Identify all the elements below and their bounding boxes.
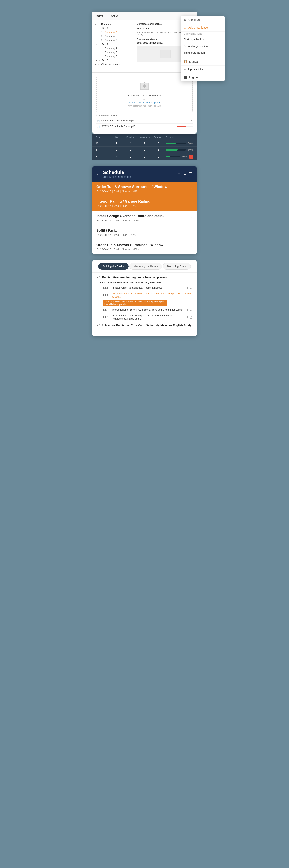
schedule-item-meta-3: Fri 28-Jul-17 | 7wd | Normal | 40% — [96, 219, 192, 222]
tree-item-doc1[interactable]: ▾ 1 Doc 1 — [92, 26, 134, 30]
configure-item[interactable]: ⚙ Configure — [181, 16, 225, 24]
file-icon-2: 📄 — [96, 125, 100, 128]
progress-bar-2 — [166, 149, 178, 151]
tree-item-doc2[interactable]: ▾ 2 Doc 2 — [92, 42, 134, 46]
add-org-label: Add organization — [188, 26, 209, 29]
schedule-item-1[interactable]: Order Tub & Shower Surrounds / Window Fr… — [92, 182, 197, 196]
org2-item[interactable]: Second organization — [181, 43, 225, 49]
schedule-item-meta-4: Fri 28-Jul-17 | 5wd | High | 70% — [96, 233, 192, 236]
manual-item[interactable]: 📋 Manual — [181, 58, 225, 66]
schedule-duration-5: 5wd — [114, 248, 119, 251]
menu-schedule-button[interactable]: ☰ — [189, 172, 193, 177]
item-text-1-1-3: The Conditional: Zero, First, Second, Th… — [112, 308, 185, 312]
tab-index[interactable]: Index — [95, 14, 103, 18]
tree-item-companyb2[interactable]: 2 Company B — [92, 50, 134, 54]
tree-item-doc3[interactable]: ▶ 3 Doc 3 — [92, 58, 134, 62]
download-icon-1-1-4[interactable]: ⬇ — [186, 316, 189, 319]
stats-header-unassigned: Unassigned — [138, 136, 151, 138]
stats-proposed-3: 0 — [151, 155, 166, 158]
file-icon-1: 📄 — [96, 119, 100, 122]
stats-ok-3: 4 — [110, 155, 124, 158]
course-section: Building the Basics Mastering the Basics… — [92, 260, 197, 336]
print-icon-1-1-1[interactable]: 🖨 — [190, 286, 193, 290]
tree-item-documents[interactable]: ▾ 1 Documents — [92, 22, 134, 26]
org-dropdown: ⚙ Configure ⊕ Add organization ORGANIZAT… — [181, 16, 225, 81]
svg-rect-7 — [144, 87, 145, 88]
tree-item-companya1[interactable]: 1 Company A — [92, 30, 134, 34]
file-close-1[interactable]: ✕ — [190, 119, 193, 122]
filter-schedule-button[interactable]: ≡ — [183, 172, 186, 177]
schedule-item-2[interactable]: Interior Railing / Garage Railing Fri 28… — [92, 196, 197, 211]
logout-item[interactable]: ⬛ Log out — [181, 73, 225, 81]
update-info-label: Update info — [188, 68, 203, 71]
schedule-item-title-5: Order Tub & Shower Surrounds / Window — [96, 243, 192, 247]
schedule-date-1: Fri 28-Jul-17 — [96, 190, 111, 193]
logout-icon: ⬛ — [184, 75, 187, 79]
upload-or: — or — — [141, 98, 148, 100]
tab-fluent[interactable]: Becoming Fluent — [163, 263, 191, 270]
stats-row-3: 7 4 2 2 0 30% – — [92, 153, 197, 160]
upload-zone[interactable]: Drag document here to upload — or — Sele… — [96, 76, 193, 112]
tab-building[interactable]: Building the Basics — [98, 263, 128, 270]
file-name-1: Certificates of incorporation.pdf — [102, 119, 189, 122]
course-section-1-2-title: ▾ 1.2. Practise English on Your Own: Sel… — [96, 324, 193, 327]
schedule-duration-3: 7wd — [114, 219, 119, 222]
org1-item[interactable]: First organization ✓ — [181, 36, 225, 43]
tab-mastering[interactable]: Mastering the Basics — [129, 263, 162, 270]
section-1-2-collapse[interactable]: ▾ — [96, 324, 98, 327]
tree-item-companyb1[interactable]: 2 Company B — [92, 34, 134, 38]
schedule-priority-4: High — [122, 233, 127, 236]
item-num-1-1-4: 1.1.4 — [103, 316, 110, 319]
section-1-label: 1. English Grammar for beginners basebal… — [99, 276, 167, 279]
upload-select-link[interactable]: Select a file from computer — [129, 101, 160, 104]
tree-item-companyc2[interactable]: 3 Company C — [92, 54, 134, 58]
schedule-item-4[interactable]: Soffit / Facia Fri 28-Jul-17 | 5wd | Hig… — [92, 225, 197, 240]
download-icon-1-1-1[interactable]: ⬇ — [186, 286, 189, 290]
schedule-item-meta-5: Fri 28-Jul-17 | 5wd | Normal | 40% — [96, 248, 192, 251]
file-progress-2 — [177, 126, 193, 127]
action-btn-3[interactable]: – — [189, 155, 194, 159]
course-item-1-1-1: 1.1.1 Phrasal Verbs: Relationships, Habi… — [103, 285, 193, 291]
tree-item-companya2[interactable]: 1 Company A — [92, 46, 134, 50]
stats-total-3: 7 — [95, 155, 110, 158]
upload-hint: Only pdf format, maximum size 5MB — [128, 105, 161, 107]
print-icon-1-1-3[interactable]: 🖨 — [190, 308, 193, 312]
progress-bar-3 — [166, 156, 170, 157]
print-icon-1-1-4[interactable]: 🖨 — [190, 316, 193, 319]
schedule-percent-4: 70% — [131, 233, 136, 236]
schedule-item-5[interactable]: Order Tub & Shower Surrounds / Window Fr… — [92, 240, 197, 254]
stats-progress-2: 60% — [166, 148, 194, 151]
schedule-item-meta-2: Fri 28-Jul-17 | 7wd | High | 10% — [96, 205, 192, 208]
tab-active[interactable]: Active — [111, 14, 119, 18]
back-button[interactable]: ← — [96, 172, 100, 177]
download-icon-1-1-3[interactable]: ⬇ — [186, 308, 189, 312]
add-schedule-button[interactable]: + — [178, 172, 180, 177]
docs-tree: ▾ 1 Documents ▾ 1 Doc 1 1 Company A 2 — [92, 20, 135, 72]
section-1-collapse[interactable]: ▾ — [96, 276, 98, 279]
stats-unassigned-3: 2 — [138, 155, 151, 158]
schedule-item-3[interactable]: Install Garage Overhead Doors and stair.… — [92, 211, 197, 225]
file-name-2: SME-X DE Verkaufs GmbH.pdf — [102, 125, 175, 128]
course-item-1-1-3: 1.1.3 The Conditional: Zero, First, Seco… — [103, 307, 193, 313]
tree-item-companyc1[interactable]: 3 Company C — [92, 38, 134, 42]
configure-label: Configure — [189, 18, 201, 22]
schedule-item-title-2: Interior Railing / Garage Railing — [96, 199, 192, 204]
schedule-header: ← Schedule Job: Smith Renovation + ≡ ☰ — [92, 166, 197, 182]
schedule-title: Schedule — [103, 169, 176, 175]
schedule-priority-1: Normal — [122, 190, 131, 193]
stats-ok-2: 3 — [110, 148, 124, 151]
stats-pending-3: 2 — [123, 155, 138, 158]
file-progress-bar-2 — [177, 126, 186, 127]
schedule-priority-2: High — [122, 205, 127, 208]
update-info-item[interactable]: ✏ Update info — [181, 66, 225, 73]
gear-icon: ⚙ — [184, 18, 186, 22]
uploaded-label: Uploaded documents — [96, 114, 193, 117]
progress-pct-1: 50% — [187, 142, 194, 145]
org3-item[interactable]: Third organization — [181, 49, 225, 56]
tree-item-otherdocs[interactable]: ▶ 2 Other documents — [92, 62, 134, 66]
chevron-right-icon-3: › — [192, 216, 193, 220]
book-icon: 📋 — [184, 60, 187, 63]
course-tabs: Building the Basics Mastering the Basics… — [92, 260, 197, 273]
sub-1-1-collapse[interactable]: ▾ — [99, 281, 101, 284]
add-org-item[interactable]: ⊕ Add organization — [181, 24, 225, 32]
